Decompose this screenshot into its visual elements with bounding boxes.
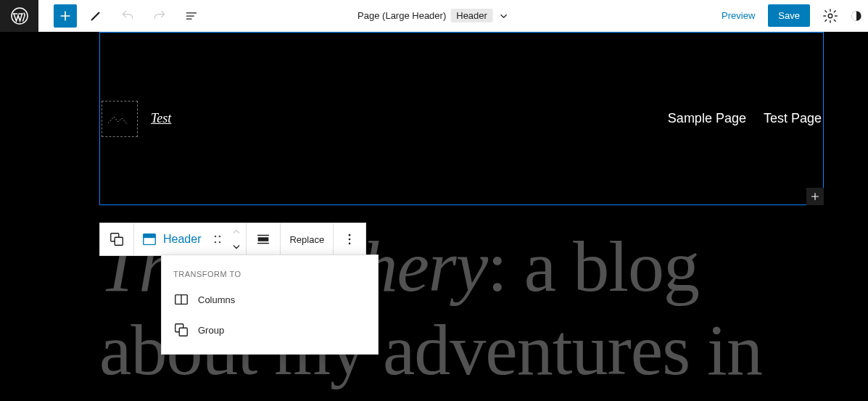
chevron-down-icon [497, 9, 511, 22]
list-view-button[interactable] [178, 3, 204, 29]
wordpress-icon [11, 7, 28, 25]
svg-rect-6 [144, 234, 156, 239]
transform-item-label: Group [198, 325, 224, 336]
more-options-button[interactable] [334, 223, 365, 255]
svg-point-12 [349, 234, 351, 236]
align-section [247, 223, 281, 255]
redo-icon [152, 9, 167, 23]
move-up-button[interactable] [230, 223, 243, 239]
transform-dropdown: TRANSFORM TO Columns Group [161, 255, 379, 355]
replace-button[interactable]: Replace [281, 223, 333, 255]
svg-rect-11 [258, 237, 269, 241]
more-section [334, 223, 365, 255]
select-parent-button[interactable] [100, 223, 133, 255]
edit-mode-button[interactable] [83, 3, 109, 29]
document-title-area[interactable]: Page (Large Header) Header [357, 9, 511, 22]
plus-icon [58, 9, 73, 23]
group-icon [173, 322, 189, 338]
preview-button[interactable]: Preview [716, 6, 761, 25]
nav-link-test-page[interactable]: Test Page [764, 111, 822, 126]
svg-point-10 [219, 241, 221, 244]
block-name-label: Header [163, 233, 201, 246]
align-button[interactable] [247, 223, 280, 255]
editor-top-toolbar: Page (Large Header) Header Preview Save [0, 0, 868, 32]
align-full-icon [255, 231, 271, 247]
transform-title: TRANSFORM TO [162, 262, 378, 284]
navigation-menu: Sample Page Test Page [668, 111, 823, 126]
chevron-up-icon [230, 227, 243, 236]
transform-item-label: Columns [198, 294, 235, 305]
template-part-badge: Header [450, 9, 493, 22]
toolbar-right-group: Preview Save [716, 3, 868, 29]
editor-canvas: Test Sample Page Test Page [0, 32, 868, 205]
block-type-section: Header [134, 223, 247, 255]
svg-point-7 [215, 236, 217, 238]
svg-point-8 [219, 236, 221, 238]
columns-icon [173, 292, 189, 307]
move-down-button[interactable] [230, 239, 243, 255]
move-controls [227, 223, 246, 255]
settings-button[interactable] [817, 3, 843, 29]
nav-link-sample-page[interactable]: Sample Page [668, 111, 746, 126]
wp-logo-button[interactable] [0, 0, 38, 32]
header-block-icon [141, 231, 157, 247]
replace-section: Replace [281, 223, 334, 255]
svg-rect-18 [179, 328, 187, 336]
list-view-icon [184, 9, 199, 23]
image-placeholder-icon [107, 112, 133, 126]
site-logo-placeholder[interactable] [102, 101, 138, 137]
drag-handle-icon [212, 232, 223, 247]
block-toolbar: Header Replace [99, 223, 366, 256]
add-block-button[interactable] [54, 4, 77, 28]
parent-selector-section [100, 223, 134, 255]
page-title: Page (Large Header) [357, 10, 446, 21]
contrast-icon [851, 8, 862, 24]
plus-icon [809, 190, 822, 203]
transform-to-group[interactable]: Group [162, 315, 378, 345]
save-button[interactable]: Save [768, 4, 810, 27]
gear-icon [822, 8, 838, 24]
svg-point-13 [349, 239, 351, 241]
undo-button[interactable] [115, 3, 141, 29]
chevron-down-icon [230, 243, 243, 252]
toolbar-left-group [38, 3, 204, 29]
drag-handle[interactable] [208, 232, 227, 247]
pencil-icon [88, 9, 103, 23]
styles-button[interactable] [851, 3, 862, 29]
site-title-link[interactable]: Test [151, 111, 171, 126]
header-template-part[interactable]: Test Sample Page Test Page [99, 32, 824, 205]
transform-to-columns[interactable]: Columns [162, 284, 378, 315]
svg-rect-4 [115, 237, 123, 245]
header-inner-row: Test Sample Page Test Page [100, 101, 823, 137]
svg-point-1 [828, 14, 832, 18]
group-icon [109, 231, 125, 247]
undo-icon [120, 9, 135, 23]
svg-point-9 [215, 241, 217, 244]
redo-button[interactable] [146, 3, 173, 29]
append-block-button[interactable] [806, 188, 824, 205]
block-switcher-button[interactable]: Header [134, 223, 208, 255]
svg-point-14 [349, 243, 351, 245]
more-vertical-icon [342, 232, 357, 247]
